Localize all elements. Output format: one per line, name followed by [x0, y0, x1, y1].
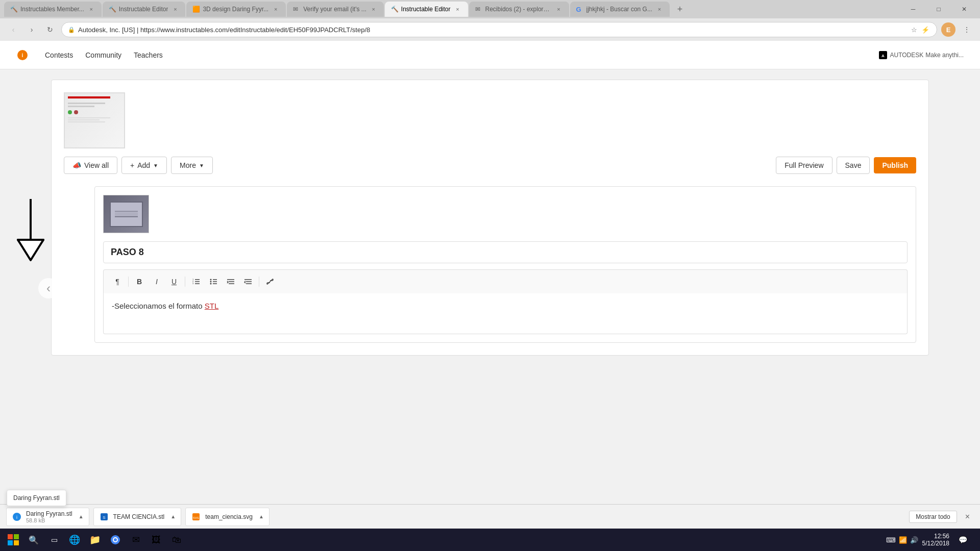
notification-center-button[interactable]: 💬 — [953, 531, 972, 549]
indent-button[interactable] — [223, 274, 238, 289]
svg-text:SVG: SVG — [193, 516, 200, 519]
tab-favicon-2: 🔨 — [109, 6, 116, 13]
svg-text:S: S — [103, 515, 105, 520]
autodesk-tagline: Make anythi... — [925, 52, 964, 59]
url-bar[interactable]: 🔒 Autodesk, Inc. [US] | https://www.inst… — [61, 22, 937, 37]
thumb-line-1 — [68, 96, 110, 98]
site-nav-right: A AUTODESK Make anythi... — [878, 50, 964, 60]
thumb-line-2 — [68, 103, 105, 104]
tab-label-2: Instructable Editor — [119, 6, 168, 13]
nav-teachers[interactable]: Teachers — [134, 51, 163, 59]
tab-instructable-editor-2[interactable]: 🔨 Instructable Editor × — [103, 2, 186, 17]
back-button[interactable]: ‹ — [6, 22, 20, 37]
maximize-button[interactable]: □ — [927, 0, 950, 18]
extension-icon[interactable]: ⚡ — [920, 25, 930, 35]
close-button[interactable]: ✕ — [952, 0, 976, 18]
tab-close-4[interactable]: × — [370, 5, 378, 13]
ordered-list-button[interactable]: 1 2 3 — [188, 274, 204, 289]
megaphone-icon: 📣 — [72, 161, 81, 169]
close-download-bar-button[interactable]: × — [961, 510, 974, 523]
taskbar: 🔍 ▭ 🌐 📁 ✉ 🖼 🛍 ⌨ 📶 — [0, 529, 980, 551]
nav-contests[interactable]: Contests — [45, 51, 73, 59]
paragraph-button[interactable]: ¶ — [110, 274, 125, 289]
taskbar-clock[interactable]: 12:56 5/12/2018 — [922, 533, 949, 547]
svg-point-12 — [210, 281, 212, 283]
refresh-button[interactable]: ↻ — [43, 22, 57, 37]
task-view-button[interactable]: ▭ — [45, 531, 63, 549]
tab-label-4: Verify your email (it's ... — [303, 6, 366, 13]
forward-button[interactable]: › — [24, 22, 39, 37]
full-preview-button[interactable]: Full Preview — [776, 157, 832, 174]
save-button[interactable]: Save — [837, 157, 870, 174]
taskbar-keyboard-icon[interactable]: ⌨ — [886, 536, 896, 544]
nav-community[interactable]: Community — [85, 51, 121, 59]
tab-instructable-editor-5[interactable]: 🔨 Instructable Editor × — [385, 2, 468, 17]
tab-verify-email[interactable]: ✉ Verify your email (it's ... × — [287, 2, 384, 17]
download-close-bar: Mostrar todo × — [909, 510, 974, 523]
tab-3d-design[interactable]: 🟧 3D design Daring Fyyr... × — [186, 2, 286, 17]
taskbar-file-explorer[interactable]: 📁 — [86, 531, 104, 549]
taskbar-photos[interactable]: 🖼 — [147, 531, 165, 549]
taskbar-network-icon[interactable]: 📶 — [899, 536, 907, 544]
svg-text:3: 3 — [192, 282, 194, 285]
tab-favicon-6: ✉ — [475, 6, 482, 13]
add-dropdown-arrow: ▼ — [153, 163, 158, 168]
taskbar-edge[interactable]: 🌐 — [65, 531, 84, 549]
download-icon-3: SVG — [191, 512, 201, 522]
star-icon[interactable]: ☆ — [910, 25, 918, 35]
profile-button[interactable]: E — [941, 22, 955, 37]
svg-marker-4 — [18, 240, 43, 260]
add-button[interactable]: + Add ▼ — [121, 157, 167, 174]
tab-buscar-google[interactable]: G jjhkjhkj - Buscar con G... × — [570, 2, 670, 17]
view-all-button[interactable]: 📣 View all — [64, 157, 117, 174]
svg-point-11 — [210, 279, 212, 281]
start-button[interactable] — [4, 531, 22, 549]
tab-close-5[interactable]: × — [454, 5, 462, 13]
step-content-editor[interactable]: -Seleccionamos el formato STL — [103, 293, 908, 334]
tab-favicon-1: 🔨 — [10, 6, 17, 13]
svg-rect-32 — [8, 540, 13, 545]
svg-text:i: i — [16, 515, 17, 520]
download-chevron-3[interactable]: ▲ — [259, 514, 264, 519]
taskbar-chrome[interactable] — [106, 531, 125, 549]
minimize-button[interactable]: ─ — [901, 0, 925, 18]
download-item-2[interactable]: S TEAM CIENCIA.stl ▲ — [93, 508, 182, 526]
tab-close-6[interactable]: × — [555, 5, 563, 13]
prev-step-button[interactable]: ‹ — [38, 278, 59, 298]
download-item-1[interactable]: i Daring Fyyran.stl 58.8 kB ▲ Daring Fyy… — [6, 508, 89, 526]
more-button[interactable]: More ▼ — [171, 157, 213, 174]
tab-instructables-member[interactable]: 🔨 Instructables Member... × — [4, 2, 102, 17]
taskbar-right: ⌨ 📶 🔊 12:56 5/12/2018 💬 — [886, 531, 976, 549]
taskbar-volume-icon[interactable]: 🔊 — [910, 536, 918, 544]
tab-recibidos[interactable]: ✉ Recibidos (2) - explore... × — [469, 2, 569, 17]
taskbar-mail[interactable]: ✉ — [127, 531, 145, 549]
site-logo[interactable]: i — [16, 49, 29, 61]
download-chevron-1[interactable]: ▲ — [79, 514, 84, 519]
browser-menu-button[interactable]: ⋮ — [960, 22, 974, 37]
taskbar-store[interactable]: 🛍 — [167, 531, 186, 549]
tab-close-3[interactable]: × — [272, 5, 280, 13]
italic-button[interactable]: I — [149, 274, 164, 289]
show-all-button[interactable]: Mostrar todo — [909, 511, 957, 523]
download-name-1: Daring Fyyran.stl — [26, 510, 72, 517]
tab-label-6: Recibidos (2) - explore... — [485, 6, 552, 13]
autodesk-brand: AUTODESK — [890, 52, 924, 59]
step-title-input[interactable] — [103, 241, 908, 263]
unordered-list-button[interactable] — [206, 274, 221, 289]
publish-button[interactable]: Publish — [874, 157, 916, 173]
search-button[interactable]: 🔍 — [24, 531, 43, 549]
download-bar: i Daring Fyyran.stl 58.8 kB ▲ Daring Fyy… — [0, 504, 980, 529]
link-button[interactable] — [262, 274, 278, 289]
download-chevron-2[interactable]: ▲ — [170, 514, 176, 519]
stl-link[interactable]: STL — [205, 302, 219, 310]
underline-button[interactable]: U — [166, 274, 182, 289]
outdent-button[interactable] — [240, 274, 256, 289]
tab-close-2[interactable]: × — [171, 5, 179, 13]
tab-close-1[interactable]: × — [87, 5, 95, 13]
bold-button[interactable]: B — [132, 274, 147, 289]
project-thumbnail[interactable] — [64, 92, 125, 148]
download-item-3[interactable]: SVG team_ciencia.svg ▲ — [185, 508, 270, 526]
new-tab-button[interactable]: + — [673, 2, 687, 16]
tab-close-7[interactable]: × — [655, 5, 664, 13]
step-thumbnail[interactable] — [103, 195, 149, 233]
